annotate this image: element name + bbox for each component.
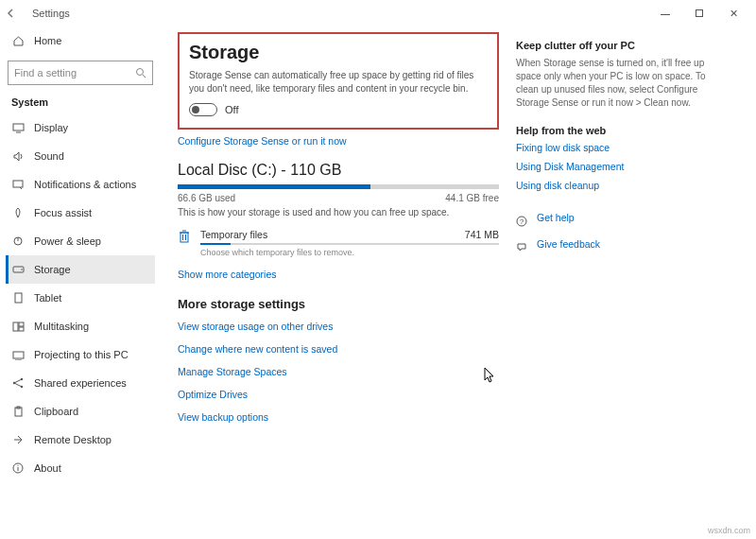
sidebar-item-sound[interactable]: Sound — [6, 142, 155, 170]
link-optimize-drives[interactable]: Optimize Drives — [178, 389, 499, 400]
titlebar: Settings ✕ — [0, 0, 756, 26]
sidebar-item-clipboard[interactable]: Clipboard — [6, 397, 155, 426]
sidebar-item-label: Storage — [34, 264, 71, 275]
link-change-content-location[interactable]: Change where new content is saved — [178, 343, 499, 355]
svg-rect-12 — [19, 327, 24, 331]
link-disk-cleanup[interactable]: Using disk cleanup — [516, 180, 714, 191]
multitasking-icon — [11, 322, 25, 332]
sidebar-item-label: Focus assist — [34, 207, 92, 218]
storage-icon — [11, 265, 25, 274]
content-column: Storage Storage Sense can automatically … — [178, 32, 499, 539]
notifications-icon — [11, 179, 25, 190]
clipboard-icon — [11, 406, 25, 417]
sidebar-item-label: Multitasking — [34, 321, 89, 332]
sidebar-item-label: About — [34, 462, 61, 474]
home-icon — [11, 35, 25, 47]
sidebar-item-display[interactable]: Display — [6, 113, 155, 142]
search-placeholder: Find a setting — [14, 67, 77, 78]
temp-files-size: 741 MB — [465, 229, 499, 240]
svg-point-0 — [137, 69, 144, 76]
sidebar-item-label: Remote Desktop — [34, 434, 112, 445]
sidebar-item-projecting[interactable]: Projecting to this PC — [6, 340, 155, 369]
sidebar-item-storage[interactable]: Storage — [6, 255, 155, 284]
svg-point-17 — [21, 378, 23, 380]
home-label: Home — [34, 35, 61, 46]
svg-text:?: ? — [520, 217, 524, 226]
trash-icon — [178, 229, 193, 244]
toggle-knob-icon — [192, 106, 199, 113]
tablet-icon — [11, 292, 25, 304]
sidebar-item-label: Power & sleep — [34, 235, 101, 247]
get-help-link[interactable]: ? Get help — [516, 212, 714, 231]
sidebar: Home Find a setting System Display Sound… — [0, 26, 161, 539]
temp-files-subtext: Choose which temporary files to remove. — [200, 248, 499, 257]
temp-files-bar — [200, 243, 499, 245]
projecting-icon — [11, 350, 25, 360]
svg-rect-13 — [13, 352, 24, 358]
give-feedback-label: Give feedback — [537, 238, 600, 250]
sidebar-item-remote[interactable]: Remote Desktop — [6, 426, 155, 454]
link-view-backup-options[interactable]: View backup options — [178, 411, 499, 423]
disk-progress-fill — [178, 184, 370, 189]
sidebar-item-power[interactable]: Power & sleep — [6, 227, 155, 255]
sidebar-item-label: Display — [34, 122, 68, 133]
sidebar-item-focus[interactable]: Focus assist — [6, 199, 155, 227]
sidebar-item-label: Clipboard — [34, 406, 78, 417]
sidebar-item-label: Projecting to this PC — [34, 349, 129, 360]
arrow-left-icon — [6, 8, 17, 19]
minimize-button[interactable] — [648, 8, 682, 19]
search-input[interactable]: Find a setting — [8, 61, 153, 85]
minimize-icon — [661, 14, 670, 15]
svg-point-18 — [21, 386, 23, 388]
svg-rect-11 — [19, 322, 24, 326]
storage-sense-description: Storage Sense can automatically free up … — [189, 69, 488, 96]
page-title: Storage — [189, 42, 488, 63]
link-disk-management[interactable]: Using Disk Management — [516, 161, 714, 172]
svg-rect-2 — [13, 124, 24, 130]
link-manage-storage-spaces[interactable]: Manage Storage Spaces — [178, 366, 499, 377]
svg-line-15 — [14, 383, 22, 387]
close-button[interactable]: ✕ — [716, 8, 750, 20]
link-fixing-low-disk[interactable]: Fixing low disk space — [516, 142, 714, 153]
storage-sense-box: Storage Storage Sense can automatically … — [178, 32, 499, 130]
svg-rect-10 — [13, 322, 18, 331]
right-column: Keep clutter off your PC When Storage se… — [516, 32, 714, 539]
home-button[interactable]: Home — [6, 26, 155, 55]
sidebar-item-label: Sound — [34, 150, 64, 162]
svg-point-8 — [21, 269, 23, 270]
show-more-categories-link[interactable]: Show more categories — [178, 269, 276, 280]
get-help-label: Get help — [537, 212, 575, 223]
clutter-heading: Keep clutter off your PC — [516, 40, 714, 51]
back-button[interactable] — [6, 8, 25, 19]
sidebar-item-tablet[interactable]: Tablet — [6, 284, 155, 312]
disk-progress-bar — [178, 184, 499, 189]
sidebar-item-label: Notifications & actions — [34, 179, 136, 190]
temporary-files-row[interactable]: Temporary files 741 MB Choose which temp… — [178, 227, 499, 259]
configure-storage-sense-link[interactable]: Configure Storage Sense or run it now — [178, 135, 347, 147]
disk-used: 66.6 GB used — [178, 193, 235, 203]
svg-line-14 — [14, 379, 22, 383]
storage-sense-toggle[interactable] — [189, 103, 217, 116]
sound-icon — [11, 151, 25, 162]
temp-files-label: Temporary files — [200, 229, 267, 240]
help-web-heading: Help from the web — [516, 125, 714, 136]
help-icon: ? — [516, 216, 529, 227]
power-icon — [11, 235, 25, 247]
maximize-button[interactable] — [682, 8, 716, 19]
sidebar-item-shared[interactable]: Shared experiences — [6, 369, 155, 397]
svg-rect-25 — [180, 233, 188, 242]
sidebar-item-multitasking[interactable]: Multitasking — [6, 312, 155, 340]
svg-rect-4 — [13, 181, 23, 187]
toggle-label: Off — [225, 104, 238, 115]
focus-icon — [11, 207, 25, 218]
sidebar-item-about[interactable]: About — [6, 454, 155, 482]
disk-description: This is how your storage is used and how… — [178, 207, 499, 217]
section-label: System — [6, 95, 155, 113]
shared-icon — [11, 377, 25, 389]
link-view-storage-usage[interactable]: View storage usage on other drives — [178, 321, 499, 332]
give-feedback-link[interactable]: Give feedback — [516, 238, 714, 257]
disk-free: 44.1 GB free — [445, 193, 499, 203]
maximize-icon — [696, 9, 703, 17]
sidebar-item-notifications[interactable]: Notifications & actions — [6, 170, 155, 199]
svg-point-24 — [17, 465, 18, 466]
